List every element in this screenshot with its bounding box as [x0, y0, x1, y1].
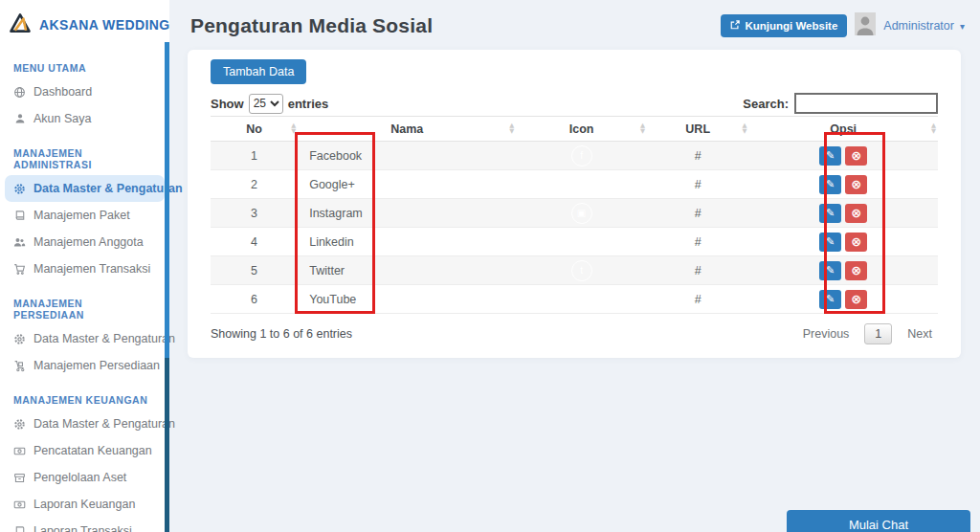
- cell-nama: Instagram: [298, 199, 516, 228]
- user-dropdown[interactable]: Administrator ▾: [883, 19, 965, 33]
- edit-button[interactable]: ✎: [819, 233, 841, 252]
- globe-icon: [13, 86, 26, 99]
- edit-button[interactable]: ✎: [819, 290, 841, 309]
- sidebar-item-pencatatan-keuangan[interactable]: Pencatatan Keuangan: [5, 437, 165, 464]
- column-header-opsi[interactable]: Opsi ▲▼: [748, 117, 938, 142]
- cell-nama: Google+: [298, 170, 516, 199]
- cell-nama: Facebook: [298, 142, 516, 170]
- edit-button[interactable]: ✎: [819, 146, 841, 166]
- sidebar-item-dashboard[interactable]: Dashboard: [5, 78, 165, 105]
- twitter-circle-icon: t: [571, 260, 592, 281]
- next-page-button[interactable]: Next: [902, 323, 938, 344]
- external-link-icon: [730, 20, 740, 32]
- cell-icon: ▶: [516, 285, 647, 314]
- sidebar: AKSANA WEDDING MENU UTAMA Dashboard Akun…: [0, 0, 169, 532]
- delete-button[interactable]: ⊗: [845, 204, 867, 223]
- sidebar-item-label: Manajemen Paket: [33, 209, 130, 222]
- sidebar-item-laporan-transaksi[interactable]: Laporan Transaksi: [5, 518, 165, 532]
- sidebar-item-pengelolaan-aset[interactable]: Pengelolaan Aset: [5, 464, 165, 491]
- delete-circle-icon: ⊗: [851, 206, 861, 220]
- sidebar-item-label: Akun Saya: [33, 112, 91, 125]
- pencil-icon: ✎: [826, 149, 835, 162]
- page-title: Pengaturan Media Sosial: [190, 14, 433, 36]
- content-card: Tambah Data Show 25 entries Search: No ▲…: [188, 50, 961, 358]
- brand-link[interactable]: AKSANA WEDDING: [0, 0, 169, 47]
- start-chat-button[interactable]: Mulai Chat: [787, 510, 970, 532]
- delete-button[interactable]: ⊗: [845, 175, 867, 194]
- cell-url: #: [647, 170, 748, 199]
- search-input[interactable]: [794, 93, 938, 114]
- pencil-icon: ✎: [826, 207, 835, 219]
- table-row: 4 Linkedin in # ✎ ⊗: [211, 228, 938, 256]
- table-row: 2 Google+ G # ✎ ⊗: [211, 170, 938, 199]
- table-header-row: No ▲▼ Nama ▲▼ Icon ▲▼ URL ▲▼ Opsi ▲▼: [211, 117, 938, 142]
- dolly-icon: [13, 360, 26, 372]
- sidebar-item-label: Data Master & Pengaturan: [33, 182, 183, 195]
- section-title: MANAJEMEN PERSEDIAAN: [0, 295, 169, 325]
- edit-button[interactable]: ✎: [819, 175, 841, 194]
- delete-button[interactable]: ⊗: [845, 261, 867, 280]
- cell-nama: Twitter: [298, 256, 516, 285]
- column-header-url[interactable]: URL ▲▼: [647, 117, 748, 142]
- instagram-circle-icon: ▣: [571, 203, 592, 224]
- delete-button[interactable]: ⊗: [845, 290, 867, 309]
- linkedin-circle-icon: in: [571, 232, 592, 253]
- table-row: 3 Instagram ▣ # ✎ ⊗: [211, 199, 938, 228]
- user-name: Administrator: [883, 19, 954, 33]
- add-data-button[interactable]: Tambah Data: [211, 59, 306, 84]
- avatar[interactable]: [855, 12, 876, 39]
- current-page-button[interactable]: 1: [864, 323, 892, 344]
- delete-button[interactable]: ⊗: [845, 233, 867, 252]
- page-length-select[interactable]: 25: [249, 94, 283, 114]
- archive-icon: [13, 472, 26, 484]
- sidebar-item-data-master-keuangan[interactable]: Data Master & Pengaturan: [5, 410, 165, 437]
- sidebar-item-manajemen-persediaan[interactable]: Manajemen Persediaan: [5, 352, 165, 379]
- sidebar-item-label: Laporan Keuangan: [33, 498, 135, 511]
- cell-url: #: [647, 285, 748, 314]
- sidebar-item-akun-saya[interactable]: Akun Saya: [5, 105, 165, 132]
- delete-button[interactable]: ⊗: [845, 146, 867, 166]
- cell-no: 1: [211, 142, 298, 170]
- cell-url: #: [647, 228, 748, 256]
- main-content: Pengaturan Media Sosial Kunjungi Website: [169, 0, 980, 532]
- pencil-icon: ✎: [826, 235, 835, 248]
- search-label: Search:: [743, 97, 789, 111]
- sidebar-item-manajemen-paket[interactable]: Manajemen Paket: [5, 202, 165, 229]
- cell-opsi: ✎ ⊗: [748, 228, 938, 256]
- sidebar-item-label: Data Master & Pengaturan: [33, 332, 175, 345]
- sidebar-item-manajemen-transaksi[interactable]: Manajemen Transaksi: [5, 255, 165, 282]
- column-header-no[interactable]: No ▲▼: [211, 117, 298, 142]
- delete-circle-icon: ⊗: [851, 234, 861, 249]
- datatable-footer: Showing 1 to 6 of 6 entries Previous 1 N…: [211, 323, 938, 344]
- table-row: 6 YouTube ▶ # ✎ ⊗: [211, 285, 938, 314]
- column-header-nama[interactable]: Nama ▲▼: [298, 117, 516, 142]
- sidebar-scrollbar-thumb[interactable]: [165, 42, 169, 358]
- table-row: 5 Twitter t # ✎ ⊗: [211, 256, 938, 285]
- gear-icon: [13, 183, 26, 195]
- money-icon: [13, 499, 26, 511]
- column-header-icon[interactable]: Icon ▲▼: [516, 117, 647, 142]
- brand-name: AKSANA WEDDING: [39, 17, 170, 33]
- youtube-circle-icon: ▶: [571, 289, 592, 310]
- sidebar-item-label: Manajemen Anggota: [33, 235, 144, 249]
- datatable-controls: Show 25 entries Search:: [211, 91, 938, 116]
- sidebar-item-data-master-administrasi[interactable]: Data Master & Pengaturan: [5, 175, 165, 202]
- sidebar-item-laporan-keuangan[interactable]: Laporan Keuangan: [5, 491, 165, 518]
- cell-icon: t: [516, 256, 647, 285]
- sort-icon: ▲▼: [640, 122, 645, 134]
- sidebar-section-menu-utama: MENU UTAMA Dashboard Akun Saya: [0, 59, 169, 132]
- edit-button[interactable]: ✎: [819, 261, 841, 280]
- chevron-down-icon: ▾: [960, 21, 965, 32]
- visit-website-button[interactable]: Kunjungi Website: [721, 14, 847, 37]
- cell-opsi: ✎ ⊗: [748, 170, 938, 199]
- sidebar-section-persediaan: MANAJEMEN PERSEDIAAN Data Master & Penga…: [0, 295, 169, 379]
- cell-opsi: ✎ ⊗: [748, 142, 938, 170]
- sidebar-item-label: Pengelolaan Aset: [33, 471, 126, 484]
- brand-logo-icon: [8, 11, 33, 39]
- edit-button[interactable]: ✎: [819, 204, 841, 223]
- delete-circle-icon: ⊗: [851, 263, 861, 277]
- sidebar-item-manajemen-anggota[interactable]: Manajemen Anggota: [5, 229, 165, 255]
- sort-icon: ▲▼: [509, 122, 514, 134]
- sidebar-item-data-master-persediaan[interactable]: Data Master & Pengaturan: [5, 325, 165, 352]
- previous-page-button[interactable]: Previous: [797, 323, 856, 344]
